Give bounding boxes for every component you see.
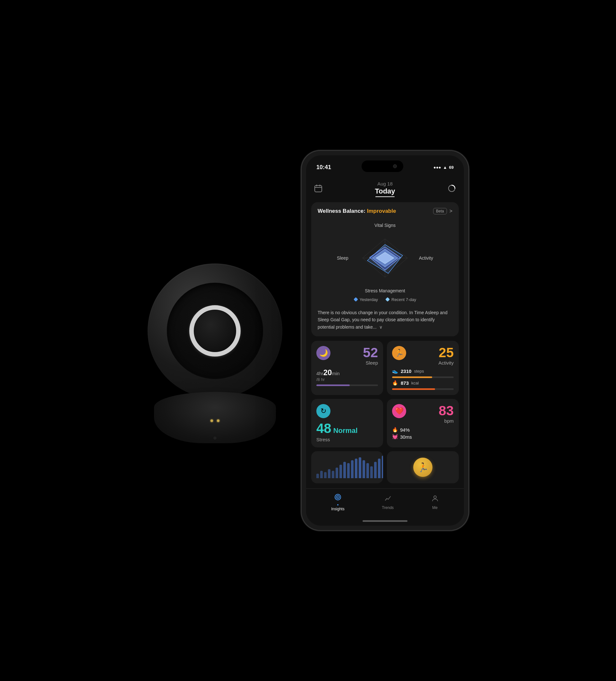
- charging-pin-1: [210, 420, 213, 422]
- chart-bar: [370, 466, 373, 478]
- home-indicator: [363, 520, 407, 522]
- chart-bar: [374, 462, 377, 478]
- trends-icon: [384, 495, 392, 504]
- chart-bar: [332, 471, 334, 478]
- flame-icon: 🔥: [392, 427, 398, 433]
- beta-badge: Beta: [433, 208, 447, 215]
- header-date: Aug 18: [375, 181, 395, 186]
- kcal-value: 873: [401, 380, 409, 386]
- charger-case: [148, 263, 282, 398]
- chart-bar: [347, 463, 350, 478]
- insights-icon: [334, 493, 342, 503]
- sleep-header: 🌙 52 Sleep: [316, 346, 378, 365]
- status-icons: ●●● ▲ 69: [433, 165, 454, 170]
- hrv-pct-row: 🔥 94%: [392, 427, 454, 433]
- base-dot: [214, 437, 216, 439]
- hrv-ms-value: 30ms: [400, 434, 412, 440]
- stress-status: Normal: [333, 427, 358, 435]
- legend-yesterday-icon: [354, 298, 358, 301]
- chart-bar: [355, 459, 357, 478]
- legend-recent: Recent 7-day: [386, 297, 416, 302]
- kcal-unit: kcal: [411, 381, 419, 385]
- phone-screen: 10:41 ●●● ▲ 69: [306, 155, 464, 526]
- expand-icon[interactable]: ∨: [379, 324, 382, 330]
- steps-value: 2310: [401, 369, 411, 374]
- stress-icon: ↻: [316, 404, 330, 418]
- stress-header: ↻: [316, 404, 378, 418]
- hrv-icon: 💓: [392, 434, 398, 440]
- kcal-row: 🔥 873 kcal: [392, 380, 454, 386]
- stress-label: Stress: [316, 437, 378, 442]
- wellness-chevron[interactable]: >: [450, 208, 453, 214]
- battery-icon: 69: [449, 165, 454, 170]
- header-center: Aug 18 Today: [375, 181, 395, 197]
- status-time: 10:41: [316, 164, 331, 171]
- activity-header: 🏃 25 Activity: [392, 346, 454, 365]
- charger-base: [154, 392, 276, 443]
- chart-bar: [378, 459, 381, 478]
- nav-me[interactable]: Me: [431, 495, 439, 510]
- heart-rate-card[interactable]: ❤️ 83 bpm 🔥 94%: [387, 399, 459, 447]
- insights-label: Insights: [331, 507, 344, 511]
- nav-trends[interactable]: Trends: [382, 495, 394, 510]
- radar-labels: Vital Signs Sleep Activity Stress Manage…: [337, 223, 433, 293]
- radar-label-bottom: Stress Management: [365, 288, 405, 293]
- radar-svg: [353, 232, 417, 284]
- metrics-grid-row1: 🌙 52 Sleep 4hr20min /8 hr: [311, 341, 459, 395]
- chart-bar: [382, 456, 383, 478]
- hr-header: ❤️ 83 bpm: [392, 404, 454, 424]
- wellness-beta-group: Beta >: [433, 208, 453, 215]
- smart-ring: [189, 305, 240, 357]
- stress-card[interactable]: ↻ 48 Normal Stress: [311, 399, 383, 447]
- activity-card[interactable]: 🏃 25 Activity 👟 2310 steps: [387, 341, 459, 395]
- wifi-icon: ▲: [443, 165, 447, 170]
- chart-bar: [363, 460, 365, 478]
- legend-yesterday: Yesterday: [354, 297, 378, 302]
- wellness-card: Wellness Balance: Improvable Beta >: [311, 202, 459, 336]
- kcal-progress: [392, 388, 454, 390]
- chart-bar: [366, 463, 369, 478]
- legend-recent-icon: [386, 298, 389, 301]
- sleep-score: 52: [363, 346, 378, 359]
- chart-bar: [328, 469, 330, 478]
- header-title: Today: [375, 187, 395, 196]
- hr-value: 83: [439, 404, 454, 418]
- radar-label-right: Activity: [419, 255, 433, 260]
- chart-bar: [336, 468, 338, 478]
- bottom-nav: Insights Trends: [306, 488, 464, 518]
- stress-value: 48 Normal: [316, 421, 378, 436]
- bar-chart-card[interactable]: [311, 451, 383, 483]
- hrv-ms-row: 💓 30ms: [392, 434, 454, 440]
- kcal-fill: [392, 388, 435, 390]
- charging-pin-2: [217, 420, 220, 422]
- wellness-description: There is no obvious change in your condi…: [317, 309, 453, 331]
- sleep-progress-bar: [316, 384, 378, 386]
- nav-insights[interactable]: Insights: [331, 493, 344, 511]
- ring-device: [148, 263, 282, 443]
- phone-frame: 10:41 ●●● ▲ 69: [302, 151, 468, 530]
- phone-wrapper: 10:41 ●●● ▲ 69: [302, 151, 468, 530]
- heart-icon: ❤️: [392, 404, 406, 418]
- radar-legend: Yesterday Recent 7-day: [354, 297, 416, 302]
- sleep-progress-fill: [316, 384, 350, 386]
- radar-label-left: Sleep: [337, 255, 349, 260]
- hrv-pct-value: 94%: [400, 427, 410, 433]
- hr-details: 🔥 94% 💓 30ms: [392, 427, 454, 440]
- radar-chart-container: Vital Signs Sleep Activity Stress Manage…: [317, 220, 453, 305]
- sleep-card[interactable]: 🌙 52 Sleep 4hr20min /8 hr: [311, 341, 383, 395]
- svg-point-19: [434, 496, 436, 498]
- refresh-icon[interactable]: [447, 184, 456, 194]
- steps-row: 👟 2310 steps: [392, 368, 454, 374]
- metrics-grid-row2: ↻ 48 Normal Stress ❤️: [311, 399, 459, 447]
- trends-label: Trends: [382, 505, 394, 510]
- activity-score: 25: [438, 346, 454, 359]
- activity-badge-card[interactable]: 🏃: [387, 451, 459, 483]
- dynamic-island: [362, 160, 403, 172]
- me-label: Me: [432, 505, 438, 510]
- chart-bar: [324, 472, 327, 478]
- bottom-row: 🏃: [311, 451, 459, 483]
- calendar-icon[interactable]: [314, 184, 323, 194]
- svg-rect-14: [354, 298, 358, 301]
- svg-rect-0: [315, 185, 322, 192]
- activity-details: 👟 2310 steps 🔥 873 kc: [392, 368, 454, 390]
